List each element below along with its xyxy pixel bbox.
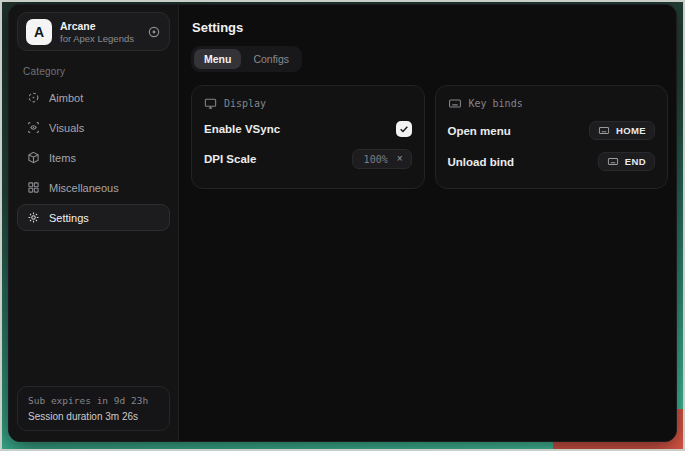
monitor-icon <box>204 97 217 110</box>
app-logo: A <box>26 19 52 45</box>
sidebar-item-items[interactable]: Items <box>17 144 170 171</box>
app-subtitle: for Apex Legends <box>60 33 134 44</box>
sidebar-item-label: Miscellaneous <box>49 182 119 194</box>
sidebar-item-aimbot[interactable]: Aimbot <box>17 84 170 111</box>
vsync-checkbox[interactable] <box>396 121 412 137</box>
sidebar-item-label: Items <box>49 152 76 164</box>
sidebar-item-label: Aimbot <box>49 92 83 104</box>
keyboard-icon <box>448 97 462 110</box>
keybind-value: HOME <box>616 125 646 136</box>
display-card-header: Display <box>204 97 412 110</box>
grid-icon <box>27 181 40 194</box>
tab-menu[interactable]: Menu <box>194 49 241 69</box>
unload-bind-row: Unload bind END <box>448 146 656 177</box>
keyboard-icon <box>598 125 610 136</box>
brand-text: Arcane for Apex Legends <box>60 20 134 44</box>
dpi-scale-control: × <box>352 149 412 169</box>
keyboard-icon <box>607 156 619 167</box>
dpi-row: DPI Scale × <box>204 143 412 175</box>
unload-bind-label: Unload bind <box>448 156 514 168</box>
vsync-row: Enable VSync <box>204 115 412 143</box>
vsync-label: Enable VSync <box>204 123 280 135</box>
main-panel: Settings Menu Configs Display Enable VSy… <box>179 5 676 441</box>
keybinds-card: Key binds Open menu HOME Unload bin <box>435 85 669 189</box>
dpi-scale-input[interactable] <box>360 154 392 165</box>
cube-icon <box>27 151 40 164</box>
keybind-value: END <box>625 156 646 167</box>
display-card-title: Display <box>224 98 266 109</box>
open-menu-row: Open menu HOME <box>448 115 656 146</box>
check-icon <box>399 124 409 134</box>
eye-icon <box>27 121 40 134</box>
open-menu-label: Open menu <box>448 125 511 137</box>
session-card: Sub expires in 9d 23h Session duration 3… <box>17 386 170 431</box>
target-icon[interactable] <box>147 25 161 39</box>
keybinds-card-title: Key binds <box>469 98 523 109</box>
category-label: Category <box>23 66 164 77</box>
clear-icon[interactable]: × <box>396 154 404 164</box>
dpi-label: DPI Scale <box>204 153 256 165</box>
tab-group: Menu Configs <box>191 46 302 72</box>
unload-keybind-button[interactable]: END <box>598 152 655 171</box>
sidebar-item-visuals[interactable]: Visuals <box>17 114 170 141</box>
sidebar-item-label: Settings <box>49 212 89 224</box>
gear-icon <box>27 211 40 224</box>
app-name: Arcane <box>60 20 134 32</box>
app-window: A Arcane for Apex Legends Category Aimbo… <box>8 4 677 442</box>
settings-cards-row: Display Enable VSync DPI Scale <box>191 85 668 189</box>
brand-card: A Arcane for Apex Legends <box>17 12 170 51</box>
sidebar-item-label: Visuals <box>49 122 84 134</box>
sidebar-item-miscellaneous[interactable]: Miscellaneous <box>17 174 170 201</box>
sidebar-item-settings[interactable]: Settings <box>17 204 170 231</box>
open-menu-keybind-button[interactable]: HOME <box>589 121 655 140</box>
sidebar: A Arcane for Apex Legends Category Aimbo… <box>9 5 179 441</box>
crosshair-icon <box>27 91 40 104</box>
session-duration-text: Session duration 3m 26s <box>28 411 159 422</box>
display-card: Display Enable VSync DPI Scale <box>191 85 425 189</box>
page-title: Settings <box>192 20 668 35</box>
tab-configs[interactable]: Configs <box>243 49 299 69</box>
keybinds-card-header: Key binds <box>448 97 656 110</box>
sub-expiry-text: Sub expires in 9d 23h <box>28 395 159 406</box>
